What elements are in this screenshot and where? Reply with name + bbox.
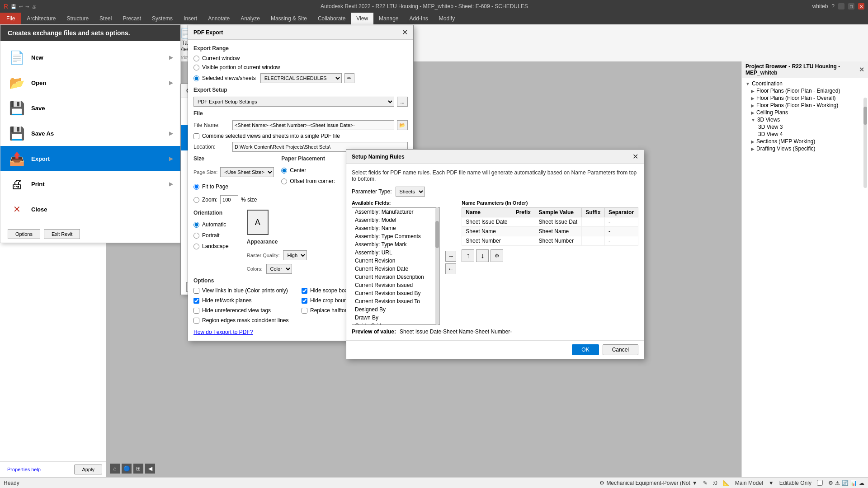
field-assembly-type-comments[interactable]: Assembly: Type Comments bbox=[352, 232, 439, 240]
status-icon-cloud[interactable]: ☁ bbox=[859, 480, 864, 486]
status-icon-warning[interactable]: ⚠ bbox=[835, 480, 840, 486]
portrait-input[interactable] bbox=[193, 233, 199, 239]
tab-systems[interactable]: Systems bbox=[146, 13, 178, 24]
auto-orient-radio[interactable]: Automatic bbox=[193, 221, 229, 228]
export-setup-dots-btn[interactable]: ... bbox=[397, 97, 408, 107]
field-assembly-type-mark[interactable]: Assembly: Type Mark bbox=[352, 240, 439, 249]
current-window-radio[interactable]: Current window bbox=[193, 55, 408, 61]
visible-portion-input[interactable] bbox=[193, 65, 199, 70]
tab-modify[interactable]: Modify bbox=[434, 13, 460, 24]
pb-3d-view-3[interactable]: 3D View 3 bbox=[744, 123, 866, 131]
landscape-radio[interactable]: Landscape bbox=[193, 243, 229, 249]
status-icon-settings[interactable]: ⚙ bbox=[828, 480, 833, 486]
nav-3d-btn[interactable]: 🔵 bbox=[122, 464, 132, 474]
hide-scope-boxes-checkbox[interactable] bbox=[302, 288, 307, 294]
view-links-checkbox[interactable] bbox=[193, 288, 199, 294]
replace-halftone-checkbox[interactable] bbox=[302, 308, 307, 314]
file-menu-new[interactable]: 📄 New ▶ bbox=[0, 45, 180, 70]
tab-file[interactable]: File bbox=[0, 13, 21, 24]
tab-annotate[interactable]: Annotate bbox=[203, 13, 235, 24]
qat-redo[interactable]: ↪ bbox=[25, 4, 29, 9]
selected-views-edit-btn[interactable]: ✏ bbox=[344, 73, 354, 83]
param-type-select[interactable]: Sheets bbox=[396, 187, 425, 197]
file-menu-save[interactable]: 💾 Save bbox=[0, 95, 180, 121]
field-drawn-by[interactable]: Drawn By bbox=[352, 314, 439, 322]
list-scrollbar[interactable] bbox=[435, 207, 439, 325]
tab-insert[interactable]: Insert bbox=[178, 13, 203, 24]
tab-precast[interactable]: Precast bbox=[117, 13, 146, 24]
file-menu-open[interactable]: 📂 Open ▶ bbox=[0, 70, 180, 95]
current-window-input[interactable] bbox=[193, 56, 199, 61]
field-current-revision-description[interactable]: Current Revision Description bbox=[352, 273, 439, 281]
settings-btn[interactable]: ⚙ bbox=[491, 249, 503, 262]
pb-drafting-views[interactable]: ▶ Drafting Views (Specific) bbox=[744, 145, 866, 152]
tab-massing[interactable]: Massing & Site bbox=[265, 13, 312, 24]
pb-floor-plans-overall[interactable]: ▶ Floor Plans (Floor Plan - Overall) bbox=[744, 94, 866, 102]
pb-coordination[interactable]: ▼ Coordination bbox=[744, 80, 866, 87]
center-radio-input[interactable] bbox=[281, 168, 287, 174]
tab-analyze[interactable]: Analyze bbox=[235, 13, 265, 24]
tab-architecture[interactable]: Architecture bbox=[21, 13, 61, 24]
pb-floor-plans-working[interactable]: ▶ Floor Plans (Floor Plan - Working) bbox=[744, 102, 866, 109]
move-up-btn[interactable]: ↑ bbox=[462, 249, 474, 262]
file-menu-print[interactable]: 🖨 Print ▶ bbox=[0, 171, 180, 197]
zoom-percent-radio[interactable] bbox=[193, 197, 199, 203]
available-fields-list[interactable]: Assembly: Manufacturer Assembly: Model A… bbox=[352, 207, 440, 325]
list-scroll-thumb[interactable] bbox=[435, 221, 439, 248]
fit-to-page-radio[interactable] bbox=[193, 184, 199, 190]
close-btn[interactable]: ✕ bbox=[858, 3, 864, 9]
maximize-btn[interactable]: □ bbox=[848, 3, 854, 9]
tab-view[interactable]: View bbox=[351, 13, 373, 24]
landscape-input[interactable] bbox=[193, 244, 199, 249]
pdf-dialog-close-btn[interactable]: ✕ bbox=[402, 28, 408, 37]
combine-files-checkbox[interactable] bbox=[193, 133, 199, 139]
file-menu-export[interactable]: 📤 Export ▶ bbox=[0, 146, 180, 171]
field-current-revision-issued[interactable]: Current Revision Issued bbox=[352, 281, 439, 289]
offset-radio[interactable]: Offset from corner: bbox=[281, 178, 335, 184]
pb-ceiling-plans[interactable]: ▶ Ceiling Plans bbox=[744, 109, 866, 116]
selected-views-radio[interactable]: Selected views/sheets ELECTRICAL SCHEDUL… bbox=[193, 73, 408, 83]
tab-structure[interactable]: Structure bbox=[61, 13, 94, 24]
status-icon-sync[interactable]: 🔄 bbox=[842, 480, 849, 486]
tab-collaborate[interactable]: Collaborate bbox=[312, 13, 351, 24]
nav-collapse-btn[interactable]: ◀ bbox=[145, 464, 155, 474]
move-left-btn[interactable]: ← bbox=[445, 263, 456, 274]
hide-ref-planes-checkbox[interactable] bbox=[193, 298, 199, 304]
field-assembly-manufacturer[interactable]: Assembly: Manufacturer bbox=[352, 208, 439, 216]
portrait-radio[interactable]: Portrait bbox=[193, 232, 229, 239]
file-exit-btn[interactable]: Exit Revit bbox=[44, 229, 80, 239]
project-browser-close-btn[interactable]: ✕ bbox=[859, 66, 864, 73]
file-menu-close[interactable]: ✕ Close bbox=[0, 197, 180, 222]
center-radio[interactable]: Center bbox=[281, 167, 335, 174]
file-menu-save-as[interactable]: 💾 Save As ▶ bbox=[0, 121, 180, 146]
field-assembly-model[interactable]: Assembly: Model bbox=[352, 216, 439, 224]
pb-sections-mep[interactable]: ▶ Sections (MEP Working) bbox=[744, 138, 866, 145]
colors-select[interactable]: Color bbox=[266, 264, 292, 274]
move-down-btn[interactable]: ↓ bbox=[476, 249, 489, 262]
field-guide-grid[interactable]: Guide Grid bbox=[352, 322, 439, 325]
tab-steel[interactable]: Steel bbox=[94, 13, 117, 24]
field-current-revision-issued-to[interactable]: Current Revision Issued To bbox=[352, 297, 439, 305]
nav-home-btn[interactable]: ⌂ bbox=[110, 464, 120, 474]
export-setup-select[interactable]: PDF Export Setup Settings bbox=[193, 97, 394, 107]
file-name-input[interactable] bbox=[232, 120, 394, 130]
naming-rules-close-btn[interactable]: ✕ bbox=[632, 152, 638, 161]
field-current-revision[interactable]: Current Revision bbox=[352, 257, 439, 265]
qat-print[interactable]: 🖨 bbox=[32, 4, 36, 9]
pb-3d-view-4[interactable]: 3D View 4 bbox=[744, 131, 866, 138]
field-current-revision-issued-by[interactable]: Current Revision Issued By bbox=[352, 289, 439, 297]
region-edges-checkbox[interactable] bbox=[193, 318, 199, 324]
right-panel-scroll-thumb[interactable] bbox=[863, 107, 867, 125]
pb-3d-views[interactable]: ▼ 3D Views bbox=[744, 116, 866, 123]
hide-crop-boundary-checkbox[interactable] bbox=[302, 298, 307, 304]
qat-undo[interactable]: ↩ bbox=[19, 4, 23, 9]
minimize-btn[interactable]: — bbox=[838, 3, 844, 9]
field-assembly-name[interactable]: Assembly: Name bbox=[352, 224, 439, 232]
field-assembly-url[interactable]: Assembly: URL bbox=[352, 249, 439, 257]
qat-save[interactable]: 💾 bbox=[11, 4, 16, 9]
move-right-btn[interactable]: → bbox=[445, 251, 456, 262]
selected-views-input[interactable] bbox=[193, 75, 199, 81]
offset-radio-input[interactable] bbox=[281, 178, 287, 184]
zoom-value-input[interactable] bbox=[220, 195, 238, 204]
nav-expand-btn[interactable]: ⊞ bbox=[133, 464, 143, 474]
